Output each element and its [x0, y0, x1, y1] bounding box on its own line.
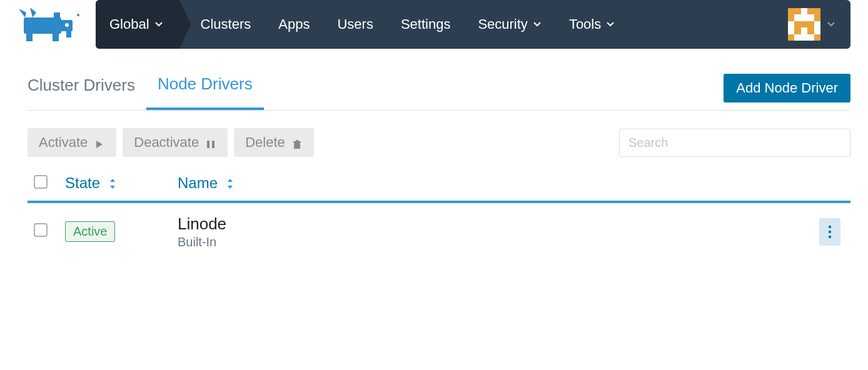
nav-global-label: Global — [109, 16, 149, 32]
activate-button[interactable]: Activate — [28, 128, 116, 157]
nav-tools[interactable]: Tools — [555, 0, 628, 49]
svg-rect-11 — [207, 141, 209, 148]
svg-rect-1 — [26, 34, 33, 41]
nav-label: Tools — [569, 16, 601, 32]
add-node-driver-button[interactable]: Add Node Driver — [724, 74, 850, 102]
tab-node-drivers[interactable]: Node Drivers — [146, 74, 264, 110]
nav-bar: Global Clusters Apps Users Settings Secu… — [96, 0, 850, 49]
row-checkbox[interactable] — [34, 223, 48, 237]
logo[interactable] — [18, 0, 96, 49]
deactivate-button[interactable]: Deactivate — [123, 128, 228, 157]
svg-rect-15 — [296, 140, 298, 141]
svg-rect-2 — [53, 34, 59, 41]
table-row: Active Linode Built-In — [28, 202, 850, 261]
user-menu[interactable] — [780, 0, 850, 49]
svg-point-21 — [829, 231, 831, 233]
delete-label: Delete — [245, 134, 285, 151]
svg-point-20 — [829, 226, 831, 228]
svg-point-9 — [77, 14, 79, 16]
nav-spacer — [628, 0, 780, 49]
nav-label: Users — [337, 16, 373, 32]
nav-label: Clusters — [201, 16, 251, 32]
svg-marker-5 — [19, 9, 26, 18]
content-area: Cluster Drivers Node Drivers Add Node Dr… — [0, 49, 868, 261]
nav-clusters[interactable]: Clusters — [179, 0, 265, 49]
svg-marker-10 — [96, 141, 103, 148]
chevron-down-icon — [827, 20, 835, 29]
svg-marker-16 — [110, 179, 115, 182]
trash-icon — [291, 137, 303, 148]
row-actions-menu[interactable] — [819, 218, 840, 246]
svg-marker-6 — [30, 8, 36, 18]
select-all-checkbox[interactable] — [34, 175, 48, 189]
svg-rect-7 — [54, 12, 60, 19]
col-checkbox — [28, 167, 59, 202]
col-state[interactable]: State — [59, 167, 171, 202]
svg-rect-0 — [24, 18, 61, 34]
nav-label: Security — [478, 16, 527, 32]
status-badge: Active — [65, 221, 115, 242]
svg-rect-14 — [293, 141, 301, 142]
delete-button[interactable]: Delete — [234, 128, 314, 157]
svg-marker-17 — [110, 186, 115, 189]
svg-point-8 — [65, 23, 69, 27]
col-name-label: Name — [178, 174, 218, 191]
avatar-icon — [788, 8, 820, 41]
col-name[interactable]: Name — [171, 167, 813, 202]
sort-icon — [108, 176, 117, 193]
svg-marker-19 — [228, 186, 233, 189]
chevron-down-icon — [154, 20, 163, 29]
svg-point-22 — [829, 236, 831, 238]
chevron-down-icon — [533, 20, 542, 29]
svg-rect-4 — [66, 31, 71, 38]
svg-rect-12 — [212, 141, 214, 148]
nav-settings[interactable]: Settings — [387, 0, 465, 49]
play-icon — [94, 137, 105, 148]
chevron-down-icon — [606, 20, 615, 29]
nav-users[interactable]: Users — [323, 0, 386, 49]
row-name: Linode — [178, 214, 807, 234]
nav-security[interactable]: Security — [464, 0, 555, 49]
toolbar: Activate Deactivate Delete — [28, 111, 850, 167]
search-input[interactable] — [619, 129, 850, 157]
pause-icon — [205, 137, 216, 148]
row-subtitle: Built-In — [178, 235, 807, 249]
nav-label: Settings — [401, 16, 451, 32]
drivers-table: State Name A — [28, 167, 850, 261]
deactivate-label: Deactivate — [134, 134, 199, 151]
vertical-dots-icon — [828, 225, 832, 239]
col-actions — [813, 167, 850, 202]
col-state-label: State — [65, 174, 100, 191]
nav-apps[interactable]: Apps — [265, 0, 323, 49]
activate-label: Activate — [39, 134, 88, 151]
nav-label: Apps — [278, 16, 310, 32]
sort-icon — [226, 176, 235, 193]
svg-rect-13 — [294, 142, 300, 149]
cow-logo-icon — [18, 6, 83, 42]
svg-marker-18 — [228, 179, 233, 182]
top-nav: Global Clusters Apps Users Settings Secu… — [0, 0, 868, 49]
tab-cluster-drivers[interactable]: Cluster Drivers — [28, 76, 146, 109]
tabs-row: Cluster Drivers Node Drivers Add Node Dr… — [28, 74, 850, 111]
nav-global[interactable]: Global — [96, 0, 179, 49]
